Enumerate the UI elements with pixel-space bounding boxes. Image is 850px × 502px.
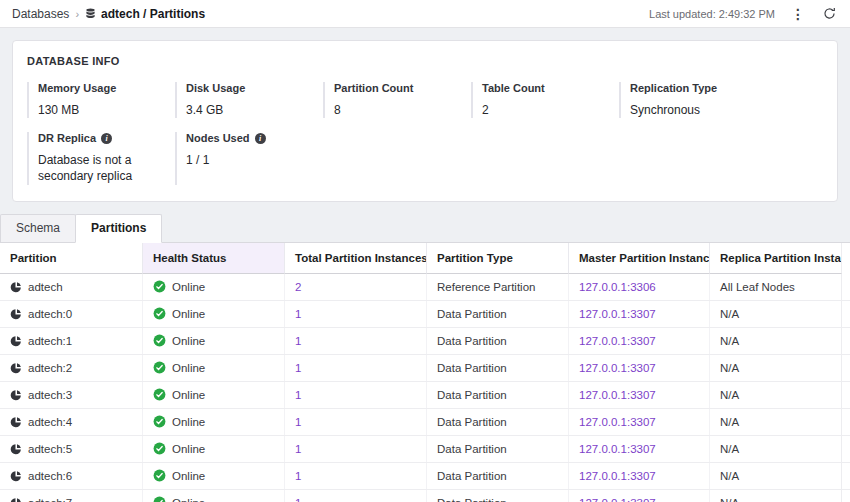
table-body: adtech Online 2 Reference Partition 127.… [0, 274, 850, 502]
stat-memory-usage: Memory Usage 130 MB [27, 82, 175, 118]
instances-count-link[interactable]: 2 [295, 281, 301, 293]
table-row: adtech Online 2 Reference Partition 127.… [0, 274, 850, 301]
partition-type-label: Data Partition [437, 308, 507, 320]
master-instance-link[interactable]: 127.0.0.1:3307 [579, 308, 656, 320]
replica-instance-label: N/A [720, 416, 739, 428]
instances-count-link[interactable]: 1 [295, 416, 301, 428]
col-master-partition-instance[interactable]: Master Partition Instance ... [568, 243, 709, 274]
instances-cell: 2 [284, 274, 426, 300]
health-status-label: Online [172, 416, 205, 428]
stat-value: 1 / 1 [186, 152, 318, 168]
instances-count-link[interactable]: 1 [295, 497, 301, 502]
replica-instance-label: N/A [720, 389, 739, 401]
replica-instance-cell: N/A [709, 436, 842, 462]
master-instance-link[interactable]: 127.0.0.1:3307 [579, 416, 656, 428]
table-row: adtech:1 Online 1 Data Partition 127.0.0… [0, 328, 850, 355]
col-health-status[interactable]: Health Status [142, 243, 284, 274]
partition-name: adtech:3 [28, 389, 72, 401]
col-replica-partition-instance[interactable]: Replica Partition Instance ... [709, 243, 842, 274]
master-instance-link[interactable]: 127.0.0.1:3307 [579, 362, 656, 374]
health-cell: Online [142, 328, 284, 354]
master-instance-cell: 127.0.0.1:3307 [568, 463, 709, 489]
partition-type-cell: Data Partition [426, 355, 568, 381]
online-check-icon [153, 388, 166, 401]
instances-count-link[interactable]: 1 [295, 470, 301, 482]
health-status-label: Online [172, 308, 205, 320]
info-icon[interactable]: i [101, 133, 112, 144]
master-instance-link[interactable]: 127.0.0.1:3306 [579, 281, 656, 293]
online-check-icon [153, 280, 166, 293]
master-instance-link[interactable]: 127.0.0.1:3307 [579, 470, 656, 482]
partition-type-cell: Data Partition [426, 328, 568, 354]
master-instance-link[interactable]: 127.0.0.1:3307 [579, 389, 656, 401]
replica-instance-label: N/A [720, 335, 739, 347]
partition-cell: adtech:2 [0, 355, 142, 381]
instances-count-link[interactable]: 1 [295, 362, 301, 374]
partition-type-label: Data Partition [437, 416, 507, 428]
breadcrumb: Databases › adtech / Partitions [12, 7, 205, 21]
partition-name: adtech:5 [28, 443, 72, 455]
col-partition[interactable]: Partition [0, 243, 142, 274]
stat-value: 3.4 GB [186, 102, 318, 118]
master-instance-link[interactable]: 127.0.0.1:3307 [579, 443, 656, 455]
partition-pie-icon [10, 389, 22, 401]
table-row: adtech:2 Online 1 Data Partition 127.0.0… [0, 355, 850, 382]
replica-instance-label: N/A [720, 308, 739, 320]
health-cell: Online [142, 409, 284, 435]
partition-pie-icon [10, 281, 22, 293]
table-row: adtech:6 Online 1 Data Partition 127.0.0… [0, 463, 850, 490]
health-cell: Online [142, 301, 284, 327]
instances-count-link[interactable]: 1 [295, 308, 301, 320]
partition-cell: adtech:1 [0, 328, 142, 354]
health-cell: Online [142, 355, 284, 381]
partition-pie-icon [10, 308, 22, 320]
instances-cell: 1 [284, 490, 426, 502]
partition-type-cell: Data Partition [426, 490, 568, 502]
online-check-icon [153, 361, 166, 374]
tab-partitions[interactable]: Partitions [75, 214, 162, 243]
online-check-icon [153, 307, 166, 320]
col-total-partition-instances[interactable]: Total Partition Instances [284, 243, 426, 274]
master-instance-link[interactable]: 127.0.0.1:3307 [579, 497, 656, 502]
stat-label-text: DR Replica [38, 132, 96, 144]
stat-partition-count: Partition Count 8 [323, 82, 471, 118]
partition-pie-icon [10, 416, 22, 428]
master-instance-cell: 127.0.0.1:3307 [568, 436, 709, 462]
instances-cell: 1 [284, 436, 426, 462]
instances-cell: 1 [284, 409, 426, 435]
online-check-icon [153, 415, 166, 428]
stat-label-text: Nodes Used [186, 132, 250, 144]
partition-type-label: Data Partition [437, 335, 507, 347]
info-icon[interactable]: i [255, 133, 266, 144]
topbar-actions: Last updated: 2:49:32 PM ⋮ [649, 5, 838, 23]
instances-count-link[interactable]: 1 [295, 335, 301, 347]
partition-cell: adtech:4 [0, 409, 142, 435]
page-title: adtech / Partitions [101, 7, 205, 21]
instances-cell: 1 [284, 328, 426, 354]
replica-instance-cell: N/A [709, 301, 842, 327]
partition-type-cell: Data Partition [426, 409, 568, 435]
health-status-label: Online [172, 362, 205, 374]
refresh-button[interactable] [821, 5, 838, 22]
partition-cell: adtech:6 [0, 463, 142, 489]
stat-value: 2 [482, 102, 614, 118]
instances-count-link[interactable]: 1 [295, 389, 301, 401]
master-instance-cell: 127.0.0.1:3307 [568, 355, 709, 381]
master-instance-link[interactable]: 127.0.0.1:3307 [579, 335, 656, 347]
partition-cell: adtech:0 [0, 301, 142, 327]
table-row: adtech:5 Online 1 Data Partition 127.0.0… [0, 436, 850, 463]
tab-schema[interactable]: Schema [0, 214, 76, 242]
replica-instance-cell: N/A [709, 463, 842, 489]
more-options-button[interactable]: ⋮ [789, 5, 807, 23]
master-instance-cell: 127.0.0.1:3307 [568, 490, 709, 502]
partition-cell: adtech [0, 274, 142, 300]
health-cell: Online [142, 382, 284, 408]
tab-bar: Schema Partitions [0, 214, 850, 242]
partition-pie-icon [10, 497, 22, 502]
partition-type-cell: Data Partition [426, 301, 568, 327]
master-instance-cell: 127.0.0.1:3307 [568, 328, 709, 354]
instances-count-link[interactable]: 1 [295, 443, 301, 455]
partition-type-cell: Data Partition [426, 463, 568, 489]
breadcrumb-databases-link[interactable]: Databases [12, 7, 69, 21]
col-partition-type[interactable]: Partition Type [426, 243, 568, 274]
